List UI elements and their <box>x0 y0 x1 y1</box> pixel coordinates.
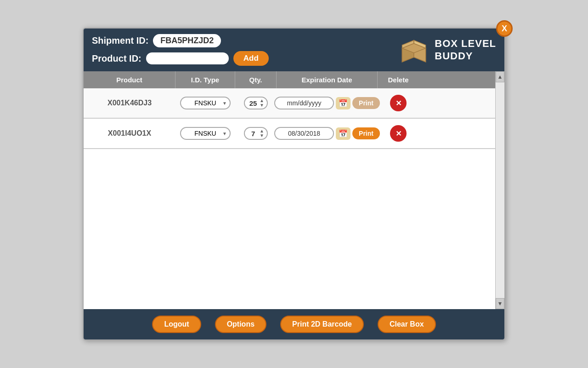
print-2d-barcode-button[interactable]: Print 2D Barcode <box>280 316 364 333</box>
delete-button[interactable]: ✕ <box>390 125 407 142</box>
app-footer: Logout Options Print 2D Barcode Clear Bo… <box>84 309 504 339</box>
delete-cell: ✕ <box>378 92 419 114</box>
scrollbar: ▲ ▼ <box>495 71 504 309</box>
qty-arrows: ▲ ▼ <box>260 129 264 138</box>
close-icon: X <box>502 24 507 34</box>
id-type-select[interactable]: FNSKU ASIN UPC <box>180 127 231 140</box>
scrollbar-track <box>496 82 504 298</box>
qty-down[interactable]: ▼ <box>260 103 264 108</box>
qty-value: 25 <box>248 99 259 107</box>
qty-cell: 25 ▲ ▼ <box>235 94 277 112</box>
table-row: X001K46DJ3 FNSKU ASIN UPC 25 <box>84 88 495 119</box>
col-id-type: I.D. Type <box>175 71 235 88</box>
qty-down[interactable]: ▼ <box>260 133 264 138</box>
clear-box-button[interactable]: Clear Box <box>378 316 436 333</box>
date-input[interactable] <box>274 127 334 140</box>
id-type-select[interactable]: FNSKU ASIN UPC <box>180 97 231 109</box>
table-body: X001K46DJ3 FNSKU ASIN UPC 25 <box>84 88 495 309</box>
id-type-cell: FNSKU ASIN UPC <box>175 124 235 143</box>
calendar-button[interactable]: 📅 <box>336 127 351 140</box>
scroll-down-arrow[interactable]: ▼ <box>496 298 504 309</box>
shipment-row: Shipment ID: FBA5PHZJD2 <box>92 34 269 47</box>
col-delete: Delete <box>378 71 419 88</box>
delete-cell: ✕ <box>378 122 419 144</box>
product-row: Product ID: Add <box>92 51 269 66</box>
print-button[interactable]: Print <box>352 127 380 139</box>
date-input[interactable] <box>274 97 334 109</box>
table-container: Product I.D. Type Qty. Expiration Date D… <box>84 71 495 309</box>
qty-arrows: ▲ ▼ <box>260 98 264 108</box>
app-header: Shipment ID: FBA5PHZJD2 Product ID: Add <box>84 29 504 71</box>
id-type-wrapper[interactable]: FNSKU ASIN UPC <box>180 97 231 109</box>
logo-text: BOX LEVELBUDDY <box>435 38 496 62</box>
calendar-button[interactable]: 📅 <box>336 97 351 109</box>
expiration-cell: 📅 Print <box>277 124 378 143</box>
box-icon <box>398 36 430 64</box>
table-area: Product I.D. Type Qty. Expiration Date D… <box>84 71 504 309</box>
table-row: X001I4UO1X FNSKU ASIN UPC 7 <box>84 119 495 149</box>
date-area: 📅 Print <box>280 97 374 109</box>
product-name: X001K46DJ3 <box>84 96 175 110</box>
product-id-input[interactable] <box>146 52 229 64</box>
scroll-up-arrow[interactable]: ▲ <box>496 71 504 82</box>
id-type-wrapper[interactable]: FNSKU ASIN UPC <box>180 127 231 140</box>
qty-wrapper: 25 ▲ ▼ <box>244 97 268 109</box>
qty-wrapper: 7 ▲ ▼ <box>244 127 268 140</box>
col-qty: Qty. <box>235 71 277 88</box>
table-header: Product I.D. Type Qty. Expiration Date D… <box>84 71 495 88</box>
product-label: Product ID: <box>92 53 141 64</box>
shipment-id-value: FBA5PHZJD2 <box>153 34 221 47</box>
close-button[interactable]: X <box>496 20 513 37</box>
delete-button[interactable]: ✕ <box>390 95 407 111</box>
col-expiration: Expiration Date <box>277 71 378 88</box>
shipment-label: Shipment ID: <box>92 35 148 46</box>
logo-area: BOX LEVELBUDDY <box>398 36 496 64</box>
qty-value: 7 <box>248 130 259 138</box>
print-button[interactable]: Print <box>352 97 380 109</box>
add-button[interactable]: Add <box>233 51 269 66</box>
id-type-cell: FNSKU ASIN UPC <box>175 94 235 112</box>
expiration-cell: 📅 Print <box>277 94 378 112</box>
logout-button[interactable]: Logout <box>152 316 201 333</box>
header-fields: Shipment ID: FBA5PHZJD2 Product ID: Add <box>92 34 269 66</box>
product-name: X001I4UO1X <box>84 126 175 140</box>
date-area: 📅 Print <box>280 127 374 140</box>
options-button[interactable]: Options <box>215 316 266 333</box>
col-product: Product <box>84 71 175 88</box>
app-window: X Shipment ID: FBA5PHZJD2 Product ID: Ad… <box>83 28 505 340</box>
qty-cell: 7 ▲ ▼ <box>235 124 277 143</box>
